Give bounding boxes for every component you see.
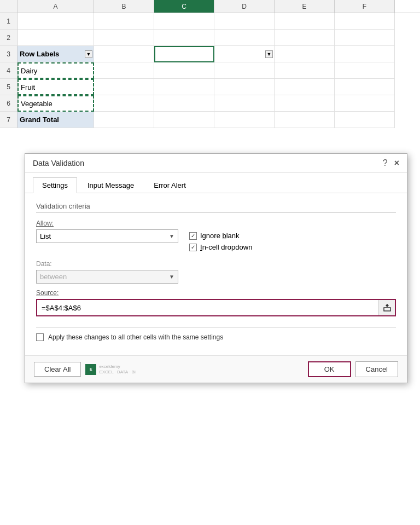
col-header-a: A (18, 0, 94, 13)
dialog-titlebar: Data Validation ? × (25, 154, 407, 173)
cell-d3[interactable]: ▼ (214, 46, 275, 62)
cell-d5[interactable] (214, 79, 275, 95)
checkboxes-group: ✓ Ignore blank ✓ In-cell dropdown (189, 232, 396, 251)
dialog-close-icon[interactable]: × (394, 158, 399, 168)
incell-dropdown-checkmark: ✓ (191, 244, 195, 250)
fruit-text: Fruit (21, 83, 35, 91)
exceldemy-logo: E (85, 364, 96, 375)
cell-c5[interactable] (154, 79, 214, 95)
cell-b6[interactable] (94, 95, 154, 112)
dialog-body: Validation criteria Allow: List ▼ ✓ Igno… (25, 193, 407, 355)
footer-right: OK Cancel (308, 361, 398, 377)
source-label: Source: (36, 289, 396, 297)
dialog-tabs: Settings Input Message Error Alert (25, 173, 407, 193)
ignore-blank-checkbox[interactable]: ✓ (189, 232, 197, 240)
cell-f6[interactable] (335, 95, 395, 112)
cell-a3[interactable]: Row Labels ▼ (18, 46, 94, 62)
data-value: between (40, 273, 67, 281)
cell-e7[interactable] (275, 112, 335, 128)
ok-button[interactable]: OK (308, 361, 351, 377)
svg-marker-1 (386, 304, 389, 307)
cell-b2[interactable] (94, 30, 154, 46)
data-select[interactable]: between ▼ (36, 270, 178, 284)
cell-a5[interactable]: Fruit (18, 79, 94, 95)
grid: Row Labels ▼ ▼ Dairy (18, 13, 420, 128)
cell-f7[interactable] (335, 112, 395, 128)
ignore-blank-checkmark: ✓ (191, 233, 195, 239)
table-row (18, 30, 420, 46)
cell-e6[interactable] (275, 95, 335, 112)
row-labels-text: Row Labels (20, 50, 59, 58)
watermark: E exceldemy EXCEL · DATA · BI (85, 364, 136, 375)
cell-c6[interactable] (154, 95, 214, 112)
incell-dropdown-checkbox[interactable]: ✓ (189, 244, 197, 251)
source-range-button[interactable] (378, 300, 395, 315)
cell-a4[interactable]: Dairy (18, 62, 94, 79)
tab-input-message[interactable]: Input Message (78, 177, 143, 193)
allow-select[interactable]: List ▼ (36, 229, 178, 243)
dialog-title: Data Validation (33, 159, 84, 168)
tab-error-alert[interactable]: Error Alert (144, 177, 195, 193)
clear-all-button[interactable]: Clear All (34, 362, 81, 377)
cell-d6[interactable] (214, 95, 275, 112)
cell-d4[interactable] (214, 62, 275, 79)
cell-e1[interactable] (275, 13, 335, 30)
apply-checkbox[interactable] (36, 333, 44, 341)
cell-b3[interactable] (94, 46, 154, 62)
cell-b5[interactable] (94, 79, 154, 95)
tab-settings[interactable]: Settings (33, 177, 77, 193)
cell-c4[interactable] (154, 62, 214, 79)
dialog-help-icon[interactable]: ? (383, 158, 388, 168)
allow-label: Allow: (36, 220, 178, 227)
cell-a2[interactable] (18, 30, 94, 46)
cell-b7[interactable] (94, 112, 154, 128)
source-row: Source: (36, 289, 396, 316)
table-row: Row Labels ▼ ▼ (18, 46, 420, 62)
vegetable-text: Vegetable (21, 100, 52, 108)
cell-d7[interactable] (214, 112, 275, 128)
source-input-wrapper (36, 299, 396, 316)
cell-e5[interactable] (275, 79, 335, 95)
data-col: Data: between ▼ (36, 260, 178, 284)
data-validation-dialog: Data Validation ? × Settings Input Messa… (25, 153, 407, 383)
grand-total-text: Grand Total (20, 116, 59, 124)
cell-e3[interactable] (275, 46, 335, 62)
table-row (18, 13, 420, 30)
cell-f5[interactable] (335, 79, 395, 95)
cell-c3[interactable] (154, 46, 214, 62)
spreadsheet-body: 1 2 3 4 5 6 7 (0, 13, 420, 128)
cell-a7[interactable]: Grand Total (18, 112, 94, 128)
cell-a6[interactable]: Vegetable (18, 95, 94, 112)
allow-dropdown-icon: ▼ (169, 233, 174, 239)
col-header-f: F (335, 0, 395, 13)
source-input[interactable] (37, 301, 378, 315)
cell-c7[interactable] (154, 112, 214, 128)
col-header-c: C (154, 0, 214, 13)
row-labels-dropdown[interactable]: ▼ (85, 50, 92, 58)
allow-col: Allow: List ▼ (36, 220, 178, 243)
col-d3-dropdown[interactable]: ▼ (265, 50, 273, 58)
cell-e2[interactable] (275, 30, 335, 46)
cell-f1[interactable] (335, 13, 395, 30)
cell-b1[interactable] (94, 13, 154, 30)
col-header-e: E (275, 0, 335, 13)
cell-f2[interactable] (335, 30, 395, 46)
cell-c1[interactable] (154, 13, 214, 30)
dialog-footer: Clear All E exceldemy EXCEL · DATA · BI … (25, 355, 407, 383)
cell-c2[interactable] (154, 30, 214, 46)
svg-rect-0 (384, 308, 390, 311)
col-header-d: D (214, 0, 275, 13)
cell-a1[interactable] (18, 13, 94, 30)
apply-row: Apply these changes to all other cells w… (36, 327, 396, 347)
row-numbers: 1 2 3 4 5 6 7 (0, 13, 18, 128)
cell-d2[interactable] (214, 30, 275, 46)
cell-b4[interactable] (94, 62, 154, 79)
cell-e4[interactable] (275, 62, 335, 79)
cancel-button[interactable]: Cancel (355, 361, 398, 377)
cell-d1[interactable] (214, 13, 275, 30)
incell-dropdown-row: ✓ In-cell dropdown (189, 243, 396, 251)
dairy-text: Dairy (21, 67, 37, 75)
cell-f4[interactable] (335, 62, 395, 79)
ignore-blank-label: Ignore blank (200, 232, 240, 240)
cell-f3[interactable] (335, 46, 395, 62)
